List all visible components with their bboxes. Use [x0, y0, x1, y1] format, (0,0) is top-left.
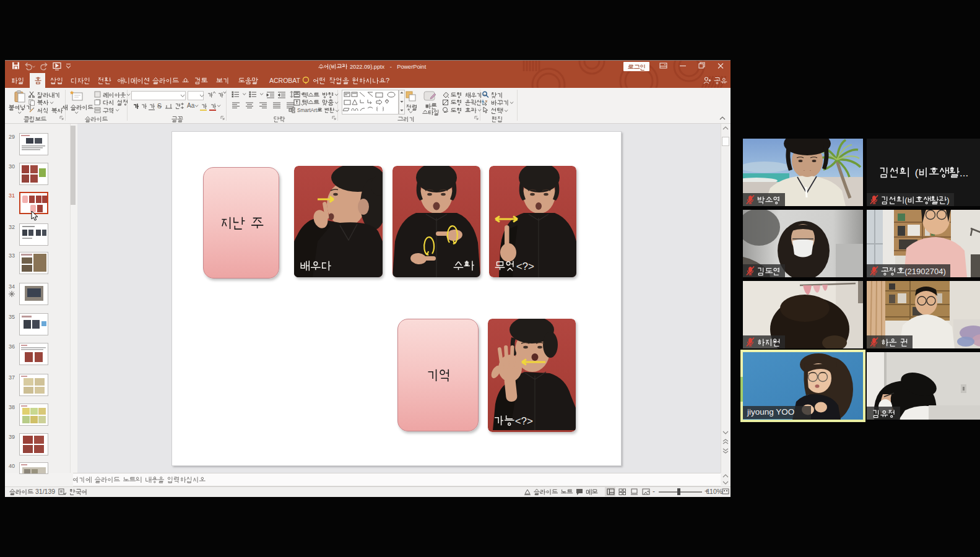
- svg-text:<?>: <?>: [516, 261, 534, 272]
- svg-text:(: (: [915, 167, 919, 179]
- svg-text:): ): [947, 196, 949, 205]
- svg-text:...: ...: [960, 167, 968, 179]
- svg-text:(21902704): (21902704): [904, 267, 946, 276]
- svg-text:<?>: <?>: [515, 415, 533, 427]
- svg-text:(: (: [904, 196, 908, 205]
